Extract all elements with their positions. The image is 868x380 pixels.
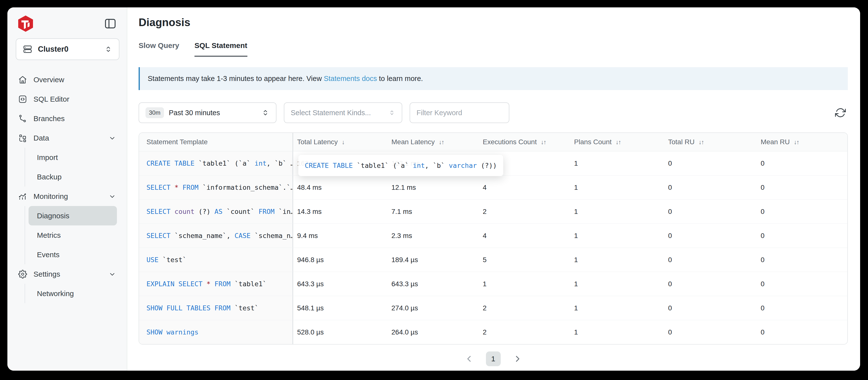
chevron-down-icon [108, 271, 116, 278]
settings-icon [18, 270, 27, 279]
statement-template-cell[interactable]: USE `test` [139, 248, 293, 272]
statement-template-cell[interactable]: SHOW warnings [139, 320, 293, 344]
mean_ru-cell: 0 [757, 320, 847, 344]
sidebar-item-label: Events [37, 251, 60, 259]
plans_count-cell: 1 [570, 248, 664, 272]
sort-icon: ↓ [342, 138, 344, 146]
total_latency-cell: 9.4 ms [293, 224, 388, 248]
column-header-mean_latency[interactable]: Mean Latency↓↑ [388, 133, 479, 151]
sidebar-item-overview[interactable]: Overview [7, 70, 127, 89]
mean_ru-cell: 0 [757, 224, 847, 248]
total_ru-cell: 0 [664, 248, 757, 272]
cluster-name: Cluster0 [38, 45, 68, 54]
mean_ru-cell: 0 [757, 272, 847, 296]
total_ru-cell: 0 [664, 199, 757, 223]
sidebar-item-metrics[interactable]: Metrics [29, 225, 117, 245]
sidebar-item-backup[interactable]: Backup [29, 167, 117, 187]
mean_latency-cell: 189.4 µs [388, 248, 479, 272]
statements-docs-link[interactable]: Statements docs [324, 74, 377, 83]
previous-page-button[interactable] [464, 353, 475, 364]
cluster-icon [23, 44, 32, 54]
screen-frame: Cluster0 Overview SQL Editor [0, 0, 868, 380]
table-row: SHOW warnings528.0 µs264.0 µs2100 [139, 320, 847, 344]
page-number[interactable]: 1 [486, 351, 501, 366]
tab-slow-query[interactable]: Slow Query [138, 41, 179, 57]
sidebar-item-sql-editor[interactable]: SQL Editor [7, 89, 127, 109]
filter-bar: 30m Past 30 minutes Select Statement Kin… [138, 102, 848, 123]
chevron-updown-icon [261, 108, 270, 117]
next-page-button[interactable] [512, 353, 523, 364]
statement-template-cell[interactable]: SHOW FULL TABLES FROM `test` [139, 296, 293, 320]
column-header-mean_ru[interactable]: Mean RU↓↑ [757, 133, 847, 151]
sidebar-toggle-button[interactable] [104, 17, 117, 30]
panel-left-icon [104, 17, 117, 30]
sidebar-item-monitoring[interactable]: Monitoring [7, 187, 127, 206]
settings-sub-list: Networking [25, 284, 127, 303]
executions_count-cell: 4 [479, 224, 570, 248]
time-range-value: Past 30 minutes [169, 109, 220, 117]
plans_count-cell: 1 [570, 151, 664, 175]
total_ru-cell: 0 [664, 151, 757, 175]
table-body: CREATE TABLE `table1` (`a` int, `b` …163… [139, 151, 847, 344]
statement-template-cell[interactable]: EXPLAIN SELECT * FROM `table1` [139, 272, 293, 296]
statement-template-cell[interactable]: CREATE TABLE `table1` (`a` int, `b` … [139, 151, 293, 175]
page-title: Diagnosis [138, 16, 848, 29]
total_ru-cell: 0 [664, 272, 757, 296]
main-content: Diagnosis Slow Query SQL Statement State… [127, 7, 860, 371]
statement-template-cell[interactable]: SELECT count (?) AS `count` FROM `in… [139, 199, 293, 223]
total_latency-cell: 14.3 ms [293, 199, 388, 223]
column-label: Mean RU [761, 138, 790, 146]
table-row: SELECT `schema_name`, CASE `schema_n…9.4… [139, 223, 847, 248]
sidebar-nav: Overview SQL Editor Branches [7, 70, 127, 303]
executions_count-cell: 4 [479, 176, 570, 199]
keyword-filter-input[interactable] [410, 102, 509, 123]
time-range-select[interactable]: 30m Past 30 minutes [138, 102, 276, 123]
statement-kinds-select[interactable]: Select Statement Kinds... [284, 102, 402, 123]
sidebar-item-settings[interactable]: Settings [7, 264, 127, 284]
refresh-button[interactable] [835, 107, 846, 119]
time-range-badge: 30m [146, 107, 164, 118]
mean_ru-cell: 0 [757, 199, 847, 223]
column-header-executions_count[interactable]: Executions Count↓↑ [479, 133, 570, 151]
total_ru-cell: 0 [664, 296, 757, 320]
mean_ru-cell: 0 [757, 248, 847, 272]
monitoring-sub-list: Diagnosis Metrics Events [25, 206, 127, 264]
sidebar-item-label: Networking [37, 289, 74, 298]
sidebar-item-branches[interactable]: Branches [7, 109, 127, 128]
mean_ru-cell: 0 [757, 176, 847, 199]
total_ru-cell: 0 [664, 176, 757, 199]
statement-template-cell[interactable]: SELECT * FROM `information_schema`.`… [139, 176, 293, 199]
column-header-total_ru[interactable]: Total RU↓↑ [664, 133, 757, 151]
executions_count-cell: 2 [479, 296, 570, 320]
sidebar-item-networking[interactable]: Networking [29, 284, 117, 303]
refresh-icon [835, 107, 846, 118]
sidebar-item-diagnosis[interactable]: Diagnosis [29, 206, 117, 225]
column-label: Mean Latency [392, 138, 435, 146]
statement-template-cell[interactable]: SELECT `schema_name`, CASE `schema_n… [139, 224, 293, 248]
total_latency-cell: 548.1 µs [293, 296, 388, 320]
table-header-row: Statement TemplateTotal Latency↓Mean Lat… [139, 133, 847, 151]
table-row: SELECT * FROM `information_schema`.`…48.… [139, 175, 847, 199]
column-label: Total Latency [297, 138, 338, 146]
column-header-total_latency[interactable]: Total Latency↓ [293, 133, 388, 151]
sidebar-item-label: Backup [37, 173, 62, 181]
tab-sql-statement[interactable]: SQL Statement [194, 41, 247, 57]
mean_ru-cell: 0 [757, 151, 847, 175]
sidebar-item-label: Diagnosis [37, 212, 69, 220]
statements-table: Statement TemplateTotal Latency↓Mean Lat… [138, 132, 848, 345]
sidebar-item-label: Monitoring [33, 192, 68, 200]
column-header-plans_count[interactable]: Plans Count↓↑ [570, 133, 664, 151]
sidebar-item-data[interactable]: Data [7, 128, 127, 148]
sidebar-item-import[interactable]: Import [29, 148, 117, 167]
executions_count-cell: 1 [479, 272, 570, 296]
monitoring-icon [18, 192, 27, 201]
chevron-left-icon [464, 354, 474, 364]
chevron-updown-icon [389, 109, 395, 116]
statement-tooltip: CREATE TABLE `table1` (`a` int, `b` varc… [298, 155, 503, 176]
sql-editor-icon [18, 95, 27, 104]
sidebar: Cluster0 Overview SQL Editor [7, 7, 127, 371]
sidebar-item-label: SQL Editor [33, 95, 69, 103]
sidebar-item-events[interactable]: Events [29, 245, 117, 264]
data-sub-list: Import Backup [25, 148, 127, 187]
cluster-selector[interactable]: Cluster0 [16, 38, 119, 60]
